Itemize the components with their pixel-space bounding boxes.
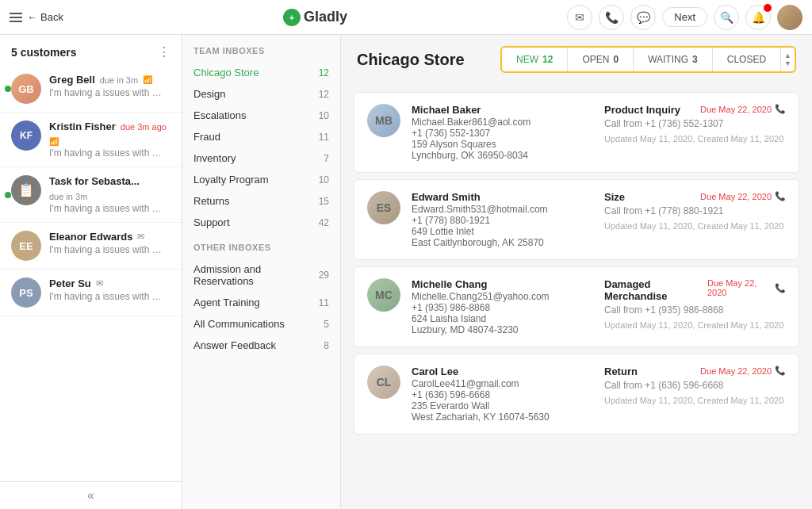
inbox-count: 8 [324, 340, 329, 351]
inbox-count: 12 [319, 67, 329, 78]
conversation-item-edward-smith[interactable]: ES Edward Smith Edward.Smith531@hotmail.… [354, 179, 799, 260]
inbox-item-answer-feedback[interactable]: Answer Feedback 8 [182, 335, 340, 356]
conversation-subject: Damaged Merchandise [604, 278, 707, 302]
due-text: Due May 22, 2020 [707, 278, 772, 297]
inbox-item-all-communications[interactable]: All Communications 5 [182, 313, 340, 335]
conversation-item-michael-baker[interactable]: MB Michael Baker Michael.Baker861@aol.co… [354, 92, 799, 173]
inbox-name: Escalations [193, 109, 246, 121]
customer-preview: I'm having a issues with my order that w… [49, 203, 168, 214]
hamburger-icon[interactable] [10, 13, 22, 22]
customer-info: Kristin Fisher due 3m ago 📶 I'm having a… [49, 121, 170, 159]
collapse-icon: « [87, 488, 94, 502]
logo-symbol: + [289, 13, 294, 22]
conversation-meta: Updated May 11, 2020, Created May 11, 20… [604, 221, 786, 231]
email-nav-button[interactable]: ✉ [567, 5, 592, 30]
tab-open-count: 0 [613, 54, 619, 65]
contact-address2: West Zachariah, KY 16074-5630 [412, 411, 593, 423]
inbox-name: Fraud [193, 131, 220, 143]
mail-icon: ✉ [137, 232, 144, 242]
customer-item-kristin-fisher[interactable]: KF Kristin Fisher due 3m ago 📶 I'm havin… [0, 113, 182, 167]
customer-name: Task for Sebasta... [49, 175, 140, 187]
next-button[interactable]: Next [662, 7, 707, 27]
back-button[interactable]: ← Back [27, 11, 63, 23]
conversation-item-carol-lee[interactable]: CL Carol Lee CarolLee411@gmail.com +1 (6… [354, 354, 799, 434]
conversation-list: MB Michael Baker Michael.Baker861@aol.co… [341, 82, 812, 509]
conversation-contact: Carol Lee CarolLee411@gmail.com +1 (636)… [412, 365, 593, 423]
due-badge: due in 3m [49, 192, 87, 201]
middle-panel: Team Inboxes Chicago Store 12 Design 12 … [182, 35, 341, 509]
phone-nav-button[interactable]: 📞 [599, 5, 624, 30]
due-badge-overdue: due 3m ago [121, 122, 167, 132]
customer-item-eleanor-edwards[interactable]: EE Eleanor Edwards ✉ I'm having a issues… [0, 223, 182, 270]
arrow-up-icon: ▲ [784, 52, 791, 59]
inbox-name: Returns [193, 195, 230, 207]
tab-waiting[interactable]: WAITING 3 [634, 48, 713, 71]
inbox-name: All Communications [193, 318, 285, 330]
customer-item-task-sebasta[interactable]: 📋 Task for Sebasta... due in 3m I'm havi… [0, 167, 182, 223]
inbox-name: Chicago Store [193, 67, 259, 78]
customer-name: Peter Su [49, 277, 91, 289]
customer-item-peter-su[interactable]: PS Peter Su ✉ I'm having a issues with m… [0, 270, 182, 316]
inbox-item-support[interactable]: Support 42 [182, 212, 340, 233]
tab-open-label: OPEN [582, 54, 609, 65]
conversation-details: Return Due May 22, 2020 📞 Call from +1 (… [604, 365, 786, 423]
inbox-name: Answer Feedback [193, 339, 276, 351]
notification-button[interactable]: 🔔 [745, 5, 771, 30]
right-panel: Chicago Store NEW 12 OPEN 0 WAITING 3 [341, 35, 812, 509]
customer-item-greg-bell[interactable]: GB Greg Bell due in 3m 📶 I'm having a is… [0, 66, 182, 113]
search-nav-button[interactable]: 🔍 [714, 5, 739, 30]
nav-left: ← Back [10, 11, 63, 23]
contact-address2: Luzbury, MD 48074-3230 [412, 324, 593, 335]
customer-avatar: PS [11, 277, 41, 308]
contact-email: Michael.Baker861@aol.com [412, 117, 593, 128]
inbox-item-loyalty-program[interactable]: Loyalty Program 10 [182, 169, 340, 190]
customer-info: Peter Su ✉ I'm having a issues with my o… [49, 277, 170, 302]
user-avatar-button[interactable] [777, 5, 802, 30]
inbox-item-escalations[interactable]: Escalations 10 [182, 105, 340, 126]
conversation-contact: Michelle Chang Michelle.Chang251@yahoo.c… [412, 278, 593, 335]
inbox-item-design[interactable]: Design 12 [182, 83, 340, 105]
customer-avatar: GB [11, 74, 41, 104]
inbox-item-inventory[interactable]: Inventory 7 [182, 147, 340, 169]
more-options-icon[interactable]: ⋮ [158, 44, 170, 59]
inbox-count: 11 [319, 132, 329, 143]
conversation-subject: Return [604, 365, 638, 377]
tab-open[interactable]: OPEN 0 [568, 48, 634, 71]
inbox-name: Design [193, 88, 225, 100]
inbox-name: Loyalty Program [193, 174, 269, 186]
inbox-count: 12 [319, 89, 329, 100]
inbox-count: 7 [324, 153, 329, 164]
customer-preview: I'm having a issues with my order that w… [49, 244, 168, 255]
left-panel: 5 customers ⋮ GB Greg Bell due in 3m 📶 I… [0, 35, 182, 509]
conversation-item-michelle-chang[interactable]: MC Michelle Chang Michelle.Chang251@yaho… [354, 266, 799, 347]
customer-info: Eleanor Edwards ✉ I'm having a issues wi… [49, 231, 170, 255]
right-panel-header: Chicago Store NEW 12 OPEN 0 WAITING 3 [341, 35, 812, 82]
wifi-icon: 📶 [49, 137, 59, 146]
customer-name-row: Peter Su ✉ [49, 277, 170, 289]
inbox-item-admission[interactable]: Admission and Reservations 29 [182, 258, 340, 292]
inbox-item-fraud[interactable]: Fraud 11 [182, 126, 340, 147]
inbox-count: 10 [319, 174, 329, 186]
contact-email: CarolLee411@gmail.com [412, 378, 593, 389]
inbox-count: 15 [319, 196, 329, 207]
conversation-top: Return Due May 22, 2020 📞 [604, 365, 786, 377]
inbox-item-agent-training[interactable]: Agent Training 11 [182, 292, 340, 313]
conversation-due: Due May 22, 2020 📞 [707, 278, 786, 297]
customer-name: Greg Bell [49, 74, 95, 86]
back-label: Back [40, 11, 63, 23]
conversation-avatar: CL [367, 365, 400, 399]
tab-closed[interactable]: CLOSED [713, 48, 781, 71]
conversation-subject: Size [604, 191, 625, 203]
customer-info: Task for Sebasta... due in 3m I'm having… [49, 175, 170, 214]
collapse-panel-button[interactable]: « [0, 481, 182, 509]
contact-address2: Lynchburg, OK 36950-8034 [412, 150, 593, 161]
tab-sort-arrows[interactable]: ▲ ▼ [781, 48, 795, 71]
inbox-item-returns[interactable]: Returns 15 [182, 190, 340, 212]
wifi-icon: 📶 [143, 75, 152, 84]
inbox-item-chicago-store[interactable]: Chicago Store 12 [182, 62, 340, 83]
nav-right: ✉ 📞 💬 Next 🔍 🔔 [567, 5, 802, 30]
customer-name: Kristin Fisher [49, 121, 116, 132]
tab-new[interactable]: NEW 12 [502, 48, 568, 71]
top-nav: ← Back + Gladly ✉ 📞 💬 Next 🔍 🔔 [0, 0, 812, 35]
chat-nav-button[interactable]: 💬 [630, 5, 656, 30]
